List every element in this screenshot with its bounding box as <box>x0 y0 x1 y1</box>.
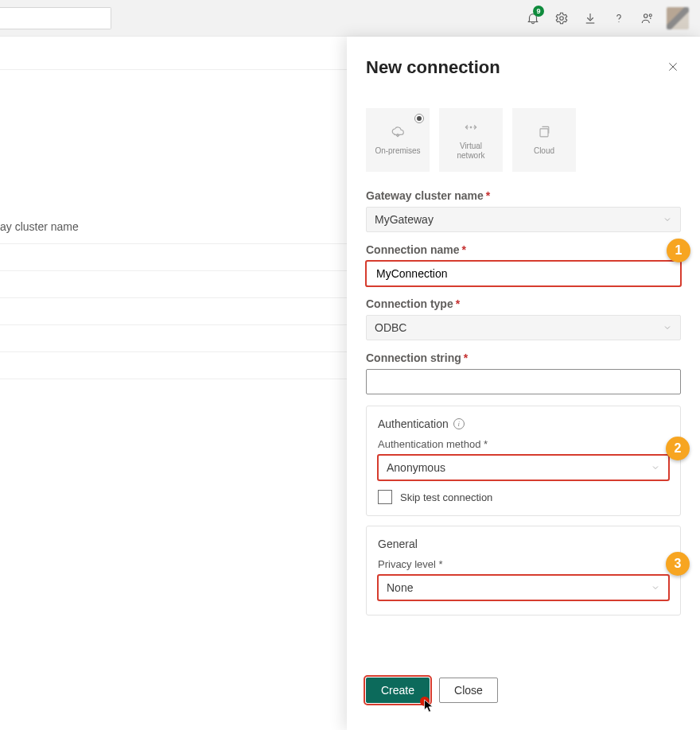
svg-point-3 <box>649 14 651 16</box>
input-connection-string[interactable] <box>375 370 672 394</box>
svg-point-4 <box>470 126 472 128</box>
column-header-gateway: ay cluster name <box>0 220 79 233</box>
section-authentication: Authentication i Authentication method *… <box>366 406 681 516</box>
tile-cloud[interactable]: Cloud <box>512 108 576 172</box>
input-connection-string-wrap <box>366 369 681 394</box>
chevron-down-icon <box>651 583 660 592</box>
chevron-down-icon <box>663 323 672 332</box>
notification-badge: 9 <box>533 6 544 17</box>
label-auth-method: Authentication method * <box>378 438 669 450</box>
checkbox-skip-test[interactable] <box>378 490 392 504</box>
svg-rect-5 <box>540 129 548 137</box>
chevron-down-icon <box>663 215 672 224</box>
panel-title: New connection <box>366 57 500 78</box>
label-gateway-cluster: Gateway cluster name* <box>366 189 681 202</box>
select-auth-method[interactable]: Anonymous <box>378 455 669 480</box>
callout-3: 3 <box>666 552 690 576</box>
input-connection-name-wrap <box>366 261 681 286</box>
tile-label: Cloud <box>534 146 554 157</box>
section-title-authentication: Authentication i <box>378 417 669 430</box>
notifications-button[interactable]: 9 <box>519 4 547 33</box>
select-gateway-cluster[interactable]: MyGateway <box>366 207 681 232</box>
input-connection-name[interactable] <box>375 262 672 285</box>
section-title-general: General <box>378 538 669 550</box>
info-icon[interactable]: i <box>453 418 465 429</box>
avatar[interactable] <box>667 7 689 29</box>
label-connection-name: Connection name* <box>366 243 681 256</box>
download-button[interactable] <box>576 4 605 33</box>
label-connection-string: Connection string* <box>366 351 681 364</box>
tile-label: On-premises <box>375 146 420 157</box>
chevron-down-icon <box>651 463 660 472</box>
section-general: General Privacy level * None 3 <box>366 526 681 615</box>
callout-2: 2 <box>666 437 690 460</box>
new-connection-panel: New connection On-premises Virtual netwo… <box>347 37 700 730</box>
account-manager-button[interactable] <box>633 4 662 33</box>
svg-point-1 <box>618 21 619 21</box>
help-button[interactable] <box>605 4 633 33</box>
label-connection-type: Connection type* <box>366 297 681 310</box>
tile-label-line2: network <box>457 151 484 161</box>
select-value: MyGateway <box>375 213 434 226</box>
svg-point-2 <box>644 14 648 17</box>
label-privacy-level: Privacy level * <box>378 558 669 570</box>
label-skip-test: Skip test connection <box>400 491 492 503</box>
tile-virtual-network[interactable]: Virtual network <box>439 108 503 172</box>
select-value: Anonymous <box>387 461 445 474</box>
close-panel-button[interactable] <box>667 60 681 75</box>
select-value: ODBC <box>375 321 406 334</box>
create-button[interactable]: Create <box>366 678 430 703</box>
tile-on-premises[interactable]: On-premises <box>366 108 430 172</box>
settings-button[interactable] <box>547 4 576 33</box>
top-bar: 9 <box>0 0 700 37</box>
tile-label-line1: Virtual <box>460 142 482 152</box>
svg-point-0 <box>560 16 564 20</box>
close-button[interactable]: Close <box>439 678 498 703</box>
select-connection-type[interactable]: ODBC <box>366 315 681 340</box>
select-privacy-level[interactable]: None <box>378 575 669 600</box>
radio-icon <box>414 114 424 123</box>
search-input-stub[interactable] <box>0 7 111 29</box>
callout-1: 1 <box>667 239 690 262</box>
connection-source-tiles: On-premises Virtual network Cloud <box>366 108 681 172</box>
select-value: None <box>387 581 413 594</box>
